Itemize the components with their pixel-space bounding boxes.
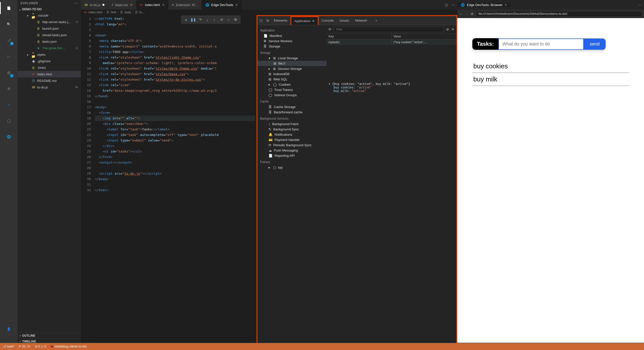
devtools-side-item[interactable]: 🗄Storage [257,44,327,49]
extensions-icon[interactable]: ▧1 [4,67,14,77]
devtools-side-item[interactable]: ▸◯Cookies [257,82,327,87]
tree-item[interactable]: ◉.gitignore [18,58,81,64]
devtools-side-item[interactable]: ⊞Web SQL [257,77,327,82]
tree-item[interactable]: {}launch.json [18,25,81,32]
devtools-tab-bar: ◫ ⧉ ElementsApplication ✕ConsoleIssuesNe… [257,16,456,25]
devtools-side-item[interactable]: 📄Reporting API [257,153,327,158]
project-header[interactable]: ⌄DEMO-TO-DO [18,7,81,12]
devtools-side-item[interactable]: 🗄Back/forward cache [257,110,327,115]
branch-status[interactable]: ⎇ main* [3,345,15,348]
split-icon[interactable]: ◫ [445,3,448,7]
outline-section[interactable]: ›OUTLINE [18,333,81,338]
sync-status[interactable]: ⟳ 20↓ 0↑ [19,345,31,348]
col-value[interactable]: Value [392,34,457,39]
debug-target[interactable]: 🐞 webdebug (demo-to-do) [50,345,87,348]
status-bar: ⎇ main* ⟳ 20↓ 0↑ ⊘ 0 ⚠ 0 🐞 webdebug (dem… [0,343,644,350]
breadcrumb[interactable]: <> index.html› ☰html› ☰body› ☰fo… [81,10,457,15]
debug-toolbar: ▸❚❚↷↓↑↺□⧉ [181,16,240,24]
close-icon[interactable]: ✕ [504,3,507,7]
devtools-tab[interactable]: Network [352,16,370,25]
more-icon[interactable]: ⋯ [638,3,641,7]
debug-btn[interactable]: ↓ [205,17,210,22]
filter-input[interactable] [334,27,444,32]
explorer-icon[interactable]: 📄 [4,3,14,13]
search-icon[interactable]: 🔍 [4,19,14,29]
debug-btn[interactable]: ❚❚ [190,17,196,22]
edge-icon[interactable]: 🌐 [4,132,14,142]
debug-btn[interactable]: ↺ [219,17,224,22]
devtools-tab[interactable]: Issues [337,16,352,25]
editor-tab[interactable]: #base.cssM [108,0,136,10]
reload-icon[interactable]: ⟳ [471,12,474,16]
send-button[interactable]: send [584,38,606,50]
tree-item[interactable]: ▸▸📁styles [18,51,81,58]
tree-item[interactable]: {}http-server-tasks.j…U [18,19,81,25]
devtools-side-item[interactable]: 🗄Cache Storage [257,104,327,110]
devtools-side-item[interactable]: 🔔Notifications [257,132,327,137]
task-input[interactable] [498,38,584,50]
debug-btn[interactable]: ⧉ [233,17,238,22]
refresh-icon[interactable]: ⟳ [329,27,331,31]
debug-btn[interactable]: ▸ [183,17,189,22]
devtools-side-item[interactable]: ▾⊞Local Storage [257,56,327,61]
devtools-side-item[interactable]: ↻Background Sync [257,127,327,132]
devtools-side-item[interactable]: ⊞file:// [257,61,327,66]
devtools-tab[interactable]: Console [319,16,337,25]
forward-icon[interactable]: → [465,12,468,16]
device-icon[interactable]: ⧉ [265,19,271,23]
debug-btn[interactable]: ↑ [212,17,217,22]
tree-item[interactable]: JSto-do.jsM [18,84,81,90]
tree-item[interactable]: ▸▸📁.vscode [18,12,81,19]
tree-item[interactable]: ⓘREADME.md [18,77,81,84]
col-key[interactable]: Key [327,34,392,39]
devtools-group-tab[interactable]: 🌐Edge DevTools✕ [202,0,242,10]
tree-item[interactable]: {}reload-tasks.json [18,32,81,38]
code-editor[interactable]: 1234567891011121314151617181920212223242… [81,15,256,350]
editor-tab[interactable]: ≡Extension: M… [168,0,202,10]
rendered-page: Tasks: send buy cookiesbuy milk [457,18,644,343]
devtools-side-item[interactable]: ▸⊞Session Storage [257,66,327,71]
devtools-side-item[interactable]: ◯Trust Tokens [257,87,327,92]
devtools-side-item[interactable]: ◯Interest Groups [257,92,327,98]
devtools-sidebar: Application📄Manifest⚙Service Workers🗄Sto… [257,25,327,349]
account-icon[interactable]: 👤 [4,324,14,334]
browser-tab[interactable]: 🌐 Edge DevTools: Browser ✕ [457,3,511,7]
more-icon[interactable]: ⋯ [452,3,455,7]
url-bar[interactable]: file:///Users/chrisheilmann/Documents/Gi… [476,11,642,17]
devtools-side-item[interactable]: 💳Payment Handler [257,137,327,142]
tree-item[interactable]: {}.hintrc [18,64,81,71]
devtools-side-item[interactable]: ⊞IndexedDB [257,71,327,77]
github-icon[interactable]: ◯ [4,116,14,126]
devtools-side-item[interactable]: ▸▢top [257,165,327,170]
devtools-side-item[interactable]: ↕Background Fetch [257,121,327,127]
tree-item[interactable]: ★The great thin…U [18,45,81,51]
ext-icon[interactable]: ⊞ [4,83,14,93]
tree-item[interactable]: <>index.html [18,71,81,77]
devtools-side-item[interactable]: 📄Manifest [257,33,327,38]
task-item[interactable]: buy cookies [472,60,629,73]
more-icon[interactable]: ⋯ [75,2,78,5]
editor-tab[interactable]: <>index.html✕ [136,0,168,10]
devtools-tab[interactable]: Application ✕ [290,16,319,25]
scm-icon[interactable]: ⎇4 [4,35,14,45]
clear-icon[interactable]: ⊘ [446,27,449,31]
problems-status[interactable]: ⊘ 0 ⚠ 0 [35,345,46,348]
devtools-side-item[interactable]: ⟳Periodic Background Sync [257,142,327,148]
close-icon[interactable]: ✕ [452,27,454,31]
editor-tab-bar: JSto-do.js#base.cssM<>index.html✕≡Extens… [81,0,457,10]
side-panel: EXPLORER ⋯ ⌄DEMO-TO-DO ▸▸📁.vscode{}http-… [18,0,81,350]
editor-tab[interactable]: JSto-do.js [81,0,108,10]
task-item[interactable]: buy milk [472,73,629,86]
add-tab-icon[interactable]: ＋ [373,18,380,23]
devtools-tab[interactable]: Elements [271,16,290,25]
run-debug-icon[interactable]: ▷ [4,51,14,61]
back-icon[interactable]: ← [459,12,463,16]
tree-item[interactable]: {}tasks.json [18,38,81,45]
debug-btn[interactable]: □ [226,17,231,22]
devtools-side-item[interactable]: ⚙Service Workers [257,38,327,44]
inspect-icon[interactable]: ◫ [257,19,265,22]
devtools-side-item[interactable]: ☁Push Messaging [257,148,327,153]
azure-icon[interactable]: A [4,99,14,110]
storage-row[interactable]: mytasks {"buy cookies":"active",… [327,39,456,45]
debug-btn[interactable]: ↷ [198,17,203,22]
